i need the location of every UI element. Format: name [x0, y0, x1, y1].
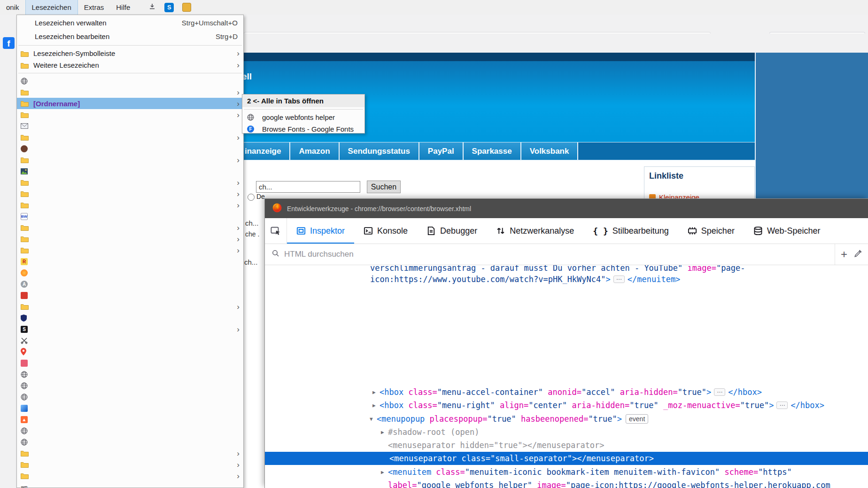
devtools-tab-speicher[interactable]: Speicher [678, 218, 744, 244]
bookmark-menu-item[interactable]: › [17, 132, 243, 143]
bookmark-menu-item[interactable]: › [17, 109, 243, 120]
bookmark-menu-item[interactable] [17, 425, 243, 436]
devtools-search-row: HTML durchsuchen + [265, 244, 868, 265]
markup-line[interactable]: <menuseparator hidden="true"></menusepar… [265, 439, 868, 452]
menu-item-edit-bookmark[interactable]: Lesezeichen bearbeiten Strg+D [17, 30, 243, 43]
bookmark-menu-item[interactable] [17, 165, 243, 177]
markup-line[interactable]: icon:https://www.youtube.com/watch?v=pHK… [265, 273, 868, 286]
code-token: "center" [528, 401, 567, 410]
download-icon[interactable] [148, 3, 156, 12]
page-nav-item[interactable]: Sendungsstatus [340, 142, 419, 160]
devtools-tab-inspektor[interactable]: Inspektor [287, 218, 354, 244]
page-nav-item[interactable]: inanzeige [236, 142, 290, 160]
devtools-tab-konsole[interactable]: Konsole [354, 218, 417, 244]
collapsed-children-badge[interactable]: ⋯ [613, 275, 625, 283]
expand-twisty-icon[interactable]: ▼ [370, 413, 373, 426]
bookmark-menu-item[interactable]: › [17, 233, 243, 244]
bookmark-menu-item[interactable] [17, 391, 243, 402]
bookmark-menu-item[interactable]: BW [17, 211, 243, 222]
folder-icon [21, 472, 32, 479]
devtools-tab-stilbearbeitung[interactable]: { }Stilbearbeitung [583, 218, 678, 244]
code-token: "https" [758, 467, 792, 477]
network-icon [496, 226, 505, 236]
submenu-bookmark-item[interactable]: google webfonts helper [242, 111, 364, 123]
bookmark-menu-item[interactable]: › [17, 448, 243, 459]
page-search-button[interactable]: Suchen [367, 181, 401, 193]
menu-bar-items: onikLesezeichenExtrasHilfe [0, 0, 136, 15]
collapsed-children-badge[interactable]: ⋯ [776, 401, 788, 409]
menu-item-label: Weitere Lesezeichen [33, 61, 99, 69]
page-search-input[interactable] [256, 181, 360, 193]
expand-twisty-icon[interactable]: ▶ [381, 426, 384, 439]
bookmark-menu-item[interactable] [17, 143, 243, 154]
bookmark-menu-item[interactable] [17, 312, 243, 323]
devtools-tab-web-speicher[interactable]: Web-Speicher [744, 218, 830, 244]
expand-twisty-icon[interactable]: ▶ [372, 399, 376, 412]
extension-icon[interactable] [182, 3, 191, 12]
bookmark-menu-item[interactable]: › [17, 177, 243, 188]
markup-line[interactable]: label="google webfonts helper" image="pa… [265, 479, 868, 488]
folder-icon [21, 89, 32, 95]
bookmark-menu-item[interactable] [17, 346, 243, 357]
menubar-item-extras[interactable]: Extras [78, 0, 110, 15]
bookmark-menu-item[interactable] [17, 402, 243, 414]
menu-item-other-bookmarks-folder[interactable]: Weitere Lesezeichen › [17, 59, 243, 71]
bookmark-menu-item[interactable]: › [17, 199, 243, 211]
markup-line[interactable]: <menuseparator class="small-separator"><… [265, 452, 868, 465]
bookmark-menu-item[interactable] [17, 380, 243, 391]
markup-line[interactable]: ▶<hbox class="menu-right" align="center"… [265, 399, 868, 412]
html-search-input[interactable]: HTML durchsuchen [284, 250, 830, 259]
bookmark-menu-item[interactable]: R [17, 256, 243, 267]
expand-twisty-icon[interactable]: ▶ [381, 466, 384, 479]
bookmark-menu-item[interactable]: › [17, 301, 243, 312]
bookmark-menu-item[interactable]: wp [17, 481, 243, 488]
bookmark-menu-item[interactable] [17, 267, 243, 278]
bookmark-menu-item[interactable]: › [17, 470, 243, 481]
menubar-item-onik[interactable]: onik [0, 0, 25, 15]
bookmark-menu-item[interactable] [17, 335, 243, 346]
pick-element-button[interactable] [265, 218, 287, 244]
markup-line[interactable]: ▶<hbox class="menu-accel-container" anon… [265, 386, 868, 399]
markup-line[interactable]: ▼<menupopup placespopup="true" hasbeenop… [265, 412, 868, 425]
bookmark-menu-item[interactable] [17, 436, 243, 448]
page-nav-item[interactable]: PayPal [419, 142, 464, 160]
bookmark-menu-item[interactable] [17, 357, 243, 369]
add-node-icon[interactable]: + [841, 249, 847, 260]
bookmark-menu-item[interactable]: [Ordnername]› [17, 98, 243, 109]
bookmark-menu-item[interactable] [17, 120, 243, 132]
bookmark-menu-item[interactable] [17, 75, 243, 87]
bookmark-menu-item[interactable]: › [17, 459, 243, 470]
devtools-tab-netzwerkanalyse[interactable]: Netzwerkanalyse [487, 218, 583, 244]
bookmark-menu-item[interactable]: › [17, 87, 243, 98]
page-radio-button[interactable] [248, 194, 255, 201]
menu-item-bookmarks-toolbar-folder[interactable]: Lesezeichen-Symbolleiste › [17, 47, 243, 59]
submenu-open-all-item[interactable]: 2 <- Alle in Tabs öffnen [242, 94, 364, 107]
devtools-tab-debugger[interactable]: Debugger [417, 218, 487, 244]
bookmark-menu-item[interactable]: › [17, 154, 243, 165]
menubar-item-hilfe[interactable]: Hilfe [110, 0, 136, 15]
menu-item-manage-bookmarks[interactable]: Lesezeichen verwalten Strg+Umschalt+O [17, 16, 243, 30]
eyedropper-icon[interactable] [854, 249, 862, 260]
brown-circle-icon [21, 145, 32, 152]
submenu-bookmark-item[interactable]: FBrowse Fonts - Google Fonts [242, 123, 364, 135]
event-badge[interactable]: event [626, 414, 648, 424]
page-nav-item[interactable]: Volksbank [521, 142, 579, 160]
page-nav-item[interactable]: Amazon [290, 142, 339, 160]
collapsed-children-badge[interactable]: ⋯ [714, 388, 725, 396]
s-extension-icon[interactable]: S [164, 3, 174, 12]
bookmark-menu-item[interactable] [17, 369, 243, 380]
markup-line[interactable]: ▶<menuitem class="menuitem-iconic bookma… [265, 465, 868, 479]
markup-line[interactable]: ▶#shadow-root (open) [265, 425, 868, 439]
bookmark-menu-item[interactable]: ▲ [17, 414, 243, 425]
bookmark-menu-item[interactable] [17, 290, 243, 301]
bookmark-menu-item[interactable]: › [17, 222, 243, 233]
devtools-titlebar[interactable]: Entwicklerwerkzeuge - chrome://browser/c… [265, 199, 868, 218]
bookmark-menu-item[interactable]: A [17, 278, 243, 290]
bookmark-menu-item[interactable]: › [17, 188, 243, 199]
facebook-bookmark-icon[interactable]: f [3, 37, 15, 49]
menubar-item-lesezeichen[interactable]: Lesezeichen [25, 0, 78, 15]
bookmark-menu-item[interactable]: S› [17, 323, 243, 335]
page-nav-item[interactable]: Sparkasse [464, 142, 521, 160]
expand-twisty-icon[interactable]: ▶ [372, 386, 376, 399]
bookmark-menu-item[interactable]: › [17, 244, 243, 256]
